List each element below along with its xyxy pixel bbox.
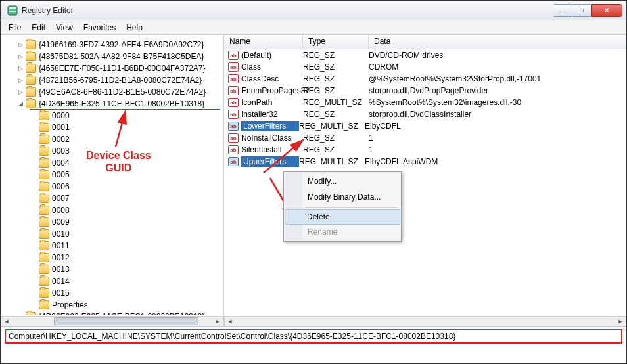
value-row[interactable]: abIconPathREG_MULTI_SZ%SystemRoot%\Syste…: [224, 97, 626, 108]
context-menu: Modify... Modify Binary Data... Delete R…: [283, 171, 402, 242]
tree-node[interactable]: ▷{4658EE7E-F050-11D1-B6BD-00C04FA372A7}: [1, 62, 223, 74]
reg-string-icon: ab: [228, 74, 239, 83]
tree-label: 0001: [52, 123, 70, 132]
tree-node[interactable]: ▷{48721B56-6795-11D2-B1A8-0080C72E74A2}: [1, 74, 223, 86]
value-name: Installer32: [241, 110, 303, 119]
tree-label: {4D36E966-E325-11CE-BFC1-08002BE10318}: [39, 312, 204, 315]
value-row[interactable]: ab(Default)REG_SZDVD/CD-ROM drives: [224, 49, 626, 61]
reg-string-icon: ab: [228, 98, 239, 107]
tree-node[interactable]: 0012: [1, 252, 223, 263]
menu-help[interactable]: Help: [121, 22, 148, 34]
twisty-icon[interactable]: ▷: [16, 41, 24, 48]
twisty-icon[interactable]: ▷: [16, 65, 24, 72]
scroll-right-icon[interactable]: ►: [615, 317, 626, 326]
value-data: storprop.dll,DvdPropPageProvider: [369, 86, 626, 95]
value-data: 1: [369, 133, 626, 143]
value-row[interactable]: abSilentInstallREG_SZ1: [224, 144, 626, 156]
window-title: Registry Editor: [22, 6, 553, 15]
tree-node[interactable]: ▷{43675D81-502A-4A82-9F84-B75F418C5DEA}: [1, 51, 223, 62]
folder-icon: [39, 217, 49, 227]
tree-pane[interactable]: ▷{41966169-3FD7-4392-AFE4-E6A9D0A92C72}▷…: [1, 35, 224, 327]
folder-icon: [39, 265, 49, 274]
tree-node[interactable]: 0011: [1, 240, 223, 252]
folder-icon: [26, 40, 36, 49]
tree-node[interactable]: 0015: [1, 287, 223, 299]
scroll-left-icon[interactable]: ◄: [225, 317, 235, 326]
reg-string-icon: ab: [228, 110, 239, 119]
folder-icon: [39, 147, 49, 156]
tree-node[interactable]: 0001: [1, 122, 223, 133]
value-row[interactable]: abUpperFiltersREG_MULTI_SZElbyCDFL,AspiW…: [224, 156, 626, 168]
tree-label: {48721B56-6795-11D2-B1A8-0080C72E74A2}: [39, 76, 202, 85]
close-button[interactable]: ✕: [591, 4, 622, 17]
twisty-icon[interactable]: ◢: [16, 101, 24, 107]
tree-node[interactable]: Properties: [1, 299, 223, 311]
value-row[interactable]: abLowerFiltersREG_MULTI_SZElbyCDFL: [224, 120, 626, 132]
tree-node[interactable]: 0010: [1, 228, 223, 240]
tree-node[interactable]: 0007: [1, 193, 223, 204]
value-type: REG_SZ: [303, 133, 369, 143]
tree-node[interactable]: 0002: [1, 133, 223, 145]
folder-icon: [26, 87, 36, 97]
tree-label: 0015: [52, 288, 70, 298]
col-name[interactable]: Name: [224, 35, 303, 49]
value-row[interactable]: abNoInstallClassREG_SZ1: [224, 132, 626, 144]
menu-file[interactable]: File: [3, 22, 26, 34]
scroll-left-icon[interactable]: ◄: [1, 317, 12, 326]
twisty-icon[interactable]: ▷: [16, 89, 24, 95]
tree-scrollbar[interactable]: ◄ ►: [1, 316, 223, 327]
tree-label: 0014: [52, 277, 70, 286]
tree-node[interactable]: 0005: [1, 169, 223, 181]
value-type: REG_MULTI_SZ: [303, 98, 369, 107]
twisty-icon[interactable]: ▷: [16, 77, 24, 83]
scroll-right-icon[interactable]: ►: [212, 317, 223, 326]
folder-icon: [26, 312, 36, 315]
value-row[interactable]: abEnumPropPages32REG_SZstorprop.dll,DvdP…: [224, 85, 626, 97]
twisty-icon[interactable]: ▷: [16, 53, 24, 60]
value-data: ElbyCDFL,AspiWDM: [365, 157, 626, 166]
ctx-modify-binary[interactable]: Modify Binary Data...: [285, 189, 400, 205]
folder-icon: [39, 194, 49, 203]
value-row[interactable]: abClassREG_SZCDROM: [224, 61, 626, 73]
tree-node[interactable]: ◢{4D36E965-E325-11CE-BFC1-08002BE10318}: [1, 98, 223, 110]
folder-icon: [39, 253, 49, 262]
twisty-icon[interactable]: ▷: [16, 313, 24, 315]
tree-node[interactable]: 0004: [1, 157, 223, 169]
scroll-thumb[interactable]: [54, 317, 198, 325]
tree-node[interactable]: ▷{49CE6AC8-6F86-11D2-B1E5-0080C72E74A2}: [1, 86, 223, 98]
tree-node[interactable]: 0013: [1, 263, 223, 275]
reg-string-icon: ab: [228, 133, 239, 143]
maximize-button[interactable]: □: [572, 4, 592, 17]
ctx-delete[interactable]: Delete: [285, 209, 400, 225]
value-name: Class: [241, 62, 303, 72]
value-row[interactable]: abInstaller32REG_SZstorprop.dll,DvdClass…: [224, 108, 626, 120]
tree-node[interactable]: ▷{41966169-3FD7-4392-AFE4-E6A9D0A92C72}: [1, 39, 223, 51]
col-data[interactable]: Data: [369, 35, 626, 49]
value-type: REG_MULTI_SZ: [299, 157, 365, 166]
tree-node[interactable]: ▷{4D36E966-E325-11CE-BFC1-08002BE10318}: [1, 311, 223, 315]
tree-label: 0008: [52, 206, 70, 215]
tree-label: {41966169-3FD7-4392-AFE4-E6A9D0A92C72}: [39, 40, 204, 49]
minimize-button[interactable]: —: [553, 4, 572, 17]
folder-icon: [39, 277, 49, 286]
col-type[interactable]: Type: [303, 35, 369, 49]
tree-label: {49CE6AC8-6F86-11D2-B1E5-0080C72E74A2}: [39, 87, 206, 97]
tree-node[interactable]: 0000: [1, 110, 223, 122]
reg-string-icon: ab: [228, 145, 239, 154]
folder-icon: [39, 170, 49, 179]
tree-node[interactable]: 0014: [1, 275, 223, 287]
tree-node[interactable]: 0006: [1, 181, 223, 193]
tree-node[interactable]: 0009: [1, 216, 223, 228]
menu-favorites[interactable]: Favorites: [78, 22, 121, 34]
folder-icon: [39, 206, 49, 215]
ctx-modify[interactable]: Modify...: [285, 173, 400, 189]
reg-string-icon: ab: [228, 51, 239, 60]
reg-string-icon: ab: [228, 122, 239, 131]
tree-node[interactable]: 0008: [1, 204, 223, 216]
menu-edit[interactable]: Edit: [26, 22, 51, 34]
tree-node[interactable]: 0003: [1, 145, 223, 157]
value-row[interactable]: abClassDescREG_SZ@%SystemRoot%\System32\…: [224, 73, 626, 85]
menu-view[interactable]: View: [51, 22, 78, 34]
app-icon: [7, 5, 18, 16]
values-scrollbar[interactable]: ◄ ►: [224, 316, 626, 327]
